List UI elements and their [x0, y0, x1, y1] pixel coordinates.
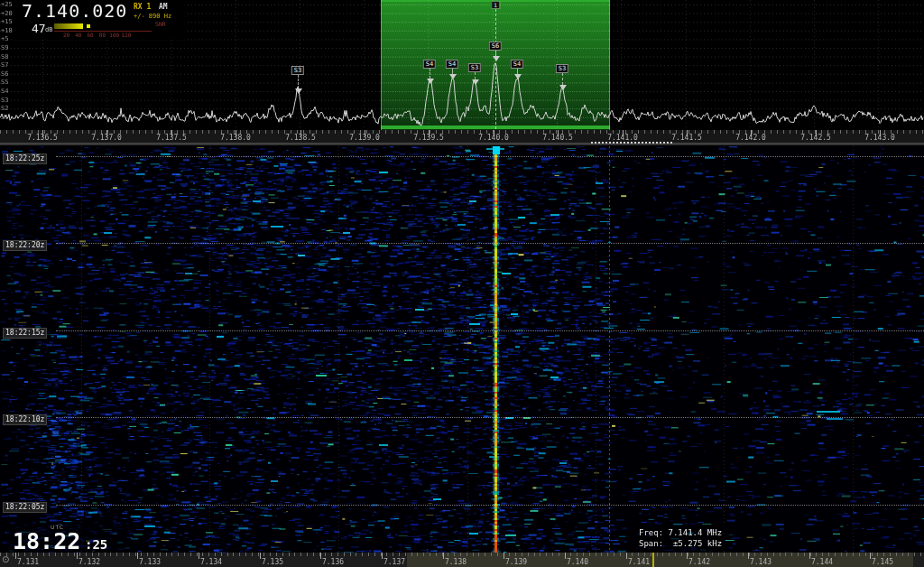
time-marker-line: [56, 505, 924, 506]
peak-marker-arrow-icon: [427, 79, 434, 84]
db-axis-label: S4: [1, 88, 8, 95]
band-scale-label: 7.132: [79, 558, 100, 566]
db-axis-label: S2: [1, 105, 8, 112]
time-marker-line: [56, 156, 924, 157]
peak-marker-arrow-icon: [514, 74, 522, 79]
db-axis-label: +15: [1, 18, 13, 25]
db-axis-label: S1: [1, 114, 8, 121]
peak-marker-label: S3: [468, 63, 481, 72]
band-major-tick: [626, 553, 627, 559]
passband-label: +/- 890 Hz: [134, 13, 171, 20]
band-scale-label: 7.142: [688, 558, 710, 566]
band-major-tick: [260, 553, 261, 559]
peak-marker-label: S3: [291, 66, 304, 75]
freq-scale-label: 7.143.0: [864, 134, 895, 142]
snr-meter-fill: [54, 23, 83, 29]
snr-value: 47: [32, 22, 46, 35]
db-axis-label: S7: [1, 61, 8, 69]
time-marker-label: 18:22:05z: [3, 502, 47, 513]
meter-tick-label: 40: [75, 32, 81, 38]
scale-cursor-line: [652, 553, 654, 567]
freq-scale-label: 7.137.5: [156, 134, 187, 142]
band-overview-scale[interactable]: ⊙ 7.1317.1327.1337.1347.1357.1367.1377.1…: [0, 553, 924, 567]
db-axis-label: +20: [1, 10, 13, 17]
db-axis-label: S9: [1, 44, 8, 51]
peak-marker-line: [475, 72, 476, 79]
band-scale-label: 7.134: [200, 558, 222, 566]
snr-meter-label: SNR: [155, 21, 166, 28]
freq-scale-label: 7.139.0: [349, 134, 380, 142]
band-major-tick: [382, 553, 383, 559]
peak-marker-arrow-icon: [493, 56, 500, 61]
peak-marker-line: [298, 75, 299, 88]
selection-dotted-line: [591, 142, 672, 144]
meter-tick-label: 100: [109, 32, 119, 38]
spectrum-panel: +25+20+15+10+5S9S8S7S6S5S4S3S2S1 1 S3S4S…: [0, 0, 924, 130]
time-marker-line: [56, 330, 924, 331]
peak-marker-label: S6: [489, 42, 502, 51]
snr-meter-peak-marker: [87, 24, 90, 28]
band-scale-label: 7.139: [505, 558, 527, 566]
band-major-tick: [870, 553, 871, 559]
tuned-frequency-marker: 1: [491, 1, 500, 9]
band-scale-label: 7.136: [322, 558, 344, 566]
freq-scale-label: 7.138.5: [285, 134, 316, 142]
peak-marker-arrow-icon: [449, 74, 457, 79]
freq-scale-label: 7.142.0: [735, 134, 766, 142]
db-axis-label: +5: [1, 35, 8, 42]
panel-separator[interactable]: [0, 143, 924, 145]
db-axis-label: S6: [1, 70, 8, 78]
peak-marker-arrow-icon: [295, 88, 302, 94]
band-major-tick: [504, 553, 504, 559]
freq-scale-label: 7.139.5: [413, 134, 444, 142]
band-scale-label: 7.133: [139, 558, 161, 566]
db-axis-label: S8: [1, 53, 8, 60]
minor-ticks: [0, 553, 924, 556]
freq-scale-label: 7.140.5: [542, 134, 573, 142]
waterfall-canvas[interactable]: [0, 146, 924, 553]
cursor-info-readout: Freq: 7.141.4 MHz Span: ±5.275 kHz: [635, 525, 725, 551]
peak-marker-line: [430, 69, 430, 79]
power-icon[interactable]: ⊙: [2, 554, 9, 564]
freq-scale-label: 7.141.5: [671, 134, 702, 142]
sdr-application-window: +25+20+15+10+5S9S8S7S6S5S4S3S2S1 1 S3S4S…: [0, 0, 924, 567]
freq-scale-label: 7.142.5: [800, 134, 831, 142]
rx-channel-label: RX 1: [134, 3, 151, 11]
band-major-tick: [565, 553, 566, 559]
band-scale-label: 7.135: [262, 558, 283, 566]
time-marker-label: 18:22:15z: [3, 328, 47, 339]
band-scale-label: 7.140: [567, 558, 588, 566]
receiver-info-box: 7.140.020 RX 1 AM +/- 890 Hz 47 dB 20406…: [14, 0, 188, 40]
band-scale-label: 7.141: [628, 558, 650, 566]
peak-marker-label: S3: [556, 64, 568, 73]
time-marker-line: [56, 417, 924, 418]
band-major-tick: [137, 553, 138, 559]
frequency-display[interactable]: 7.140.020: [22, 0, 127, 22]
band-scale-label: 7.131: [17, 558, 39, 566]
peak-marker-label: S4: [423, 60, 436, 69]
meter-tick-label: 120: [122, 32, 132, 38]
time-marker-label: 18:22:25z: [3, 153, 47, 164]
db-axis-label: +25: [1, 1, 13, 8]
band-major-tick: [443, 553, 444, 559]
band-scale-label: 7.144: [811, 558, 833, 566]
freq-scale-label: 7.137.0: [91, 134, 122, 142]
meter-tick-label: 80: [99, 32, 106, 38]
peak-marker-label: S4: [446, 60, 458, 69]
clock-seconds: :25: [85, 537, 107, 552]
freq-scale-label: 7.140.0: [478, 134, 509, 142]
peak-marker-line: [562, 73, 563, 85]
db-axis-label: S5: [1, 79, 8, 86]
spectrum-frequency-scale[interactable]: 7.136.57.137.07.137.57.138.07.138.57.139…: [0, 130, 924, 143]
snr-meter: 20406080100120: [54, 23, 155, 35]
mode-label[interactable]: AM: [159, 3, 168, 11]
tuned-frequency-line: [495, 9, 496, 129]
band-major-tick: [199, 553, 199, 559]
band-scale-label: 7.145: [872, 558, 893, 566]
freq-scale-label: 7.138.0: [220, 134, 251, 142]
freq-scale-label: 7.136.5: [27, 134, 58, 142]
meter-tick-label: 60: [87, 32, 93, 38]
snr-unit: dB: [45, 26, 52, 33]
cursor-frequency: Freq: 7.141.4 MHz: [639, 527, 722, 538]
minor-ticks: [0, 130, 924, 134]
